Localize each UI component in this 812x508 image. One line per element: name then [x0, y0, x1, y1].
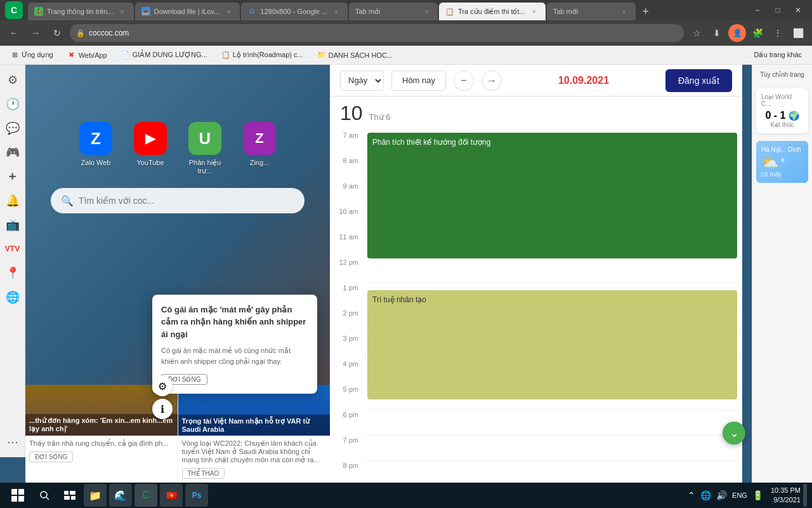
start-button[interactable]: [5, 484, 30, 507]
new-tab-button[interactable]: +: [637, 3, 655, 20]
volume-icon[interactable]: 🔊: [716, 490, 727, 500]
apps-icon: ⊞: [10, 51, 19, 60]
tab-bar: 🦆 Trang thông tin trên... × 📥 Download f…: [28, 0, 743, 20]
title-bar: C 🦆 Trang thông tin trên... × 📥 Download…: [0, 0, 812, 20]
profile-button[interactable]: 👤: [728, 24, 746, 42]
news-card-2-title-overlay: Trọng tài Việt Nam nhận hỗ trợ VAR từ Sa…: [178, 415, 331, 436]
scroll-down-button[interactable]: ⌄: [723, 422, 745, 444]
address-bar[interactable]: 🔒 coccoc.com: [70, 24, 684, 42]
network-icon[interactable]: 🌐: [700, 490, 711, 500]
download-button[interactable]: ⬇: [708, 24, 726, 42]
show-desktop-btn[interactable]: [803, 484, 807, 507]
taskbar-coccoc-btn[interactable]: C: [134, 484, 157, 507]
sidebar-add-btn[interactable]: +: [3, 166, 23, 187]
news-card-2-desc: Vòng loại WC2022: Chuyến làm khách của t…: [182, 439, 327, 464]
browser-left-sidebar: ⚙ 🕐 💬 🎮 + 🔔 📺 VTV 📍 🌐 ⋯: [0, 65, 25, 457]
calendar-panel: Ngày Hôm nay − → 10.09.2021 Đăng xuất 10…: [330, 65, 742, 483]
time-label: 7 am: [330, 130, 365, 156]
sidebar-more-btn[interactable]: ⋯: [3, 432, 23, 452]
sidebar-toggle[interactable]: ⬜: [789, 24, 807, 42]
tab-new-2[interactable]: Tab mới ×: [547, 3, 636, 20]
taskbar-clock[interactable]: 10:35 PM 9/3/2021: [771, 486, 801, 505]
score-display: 0 - 1 🌍: [761, 110, 803, 121]
bookmark-webapp[interactable]: ✖ Web/App: [62, 50, 112, 61]
forward-button[interactable]: →: [27, 24, 44, 42]
prev-button[interactable]: −: [454, 70, 474, 91]
svg-rect-2: [11, 496, 17, 502]
taskbar-ps-btn[interactable]: Ps: [185, 484, 208, 507]
view-selector[interactable]: Ngày: [340, 70, 384, 91]
time-label: 7 pm: [330, 435, 365, 460]
sidebar-vtv-btn[interactable]: VTV: [3, 239, 23, 259]
tab-new-1[interactable]: Tab mới ×: [349, 3, 438, 20]
taskbar-edge-btn[interactable]: 🌊: [109, 484, 132, 507]
svg-rect-7: [70, 491, 75, 495]
bookmark-lo-trinh[interactable]: 📋 Lộ trình(Roadmap) c...: [216, 50, 308, 61]
extension-button[interactable]: 🧩: [749, 24, 766, 42]
sidebar-games-btn[interactable]: 🎮: [3, 142, 23, 163]
svg-rect-0: [11, 489, 17, 495]
tab-close-2[interactable]: ×: [223, 6, 233, 17]
minimize-button[interactable]: −: [749, 1, 766, 19]
tab-close-6[interactable]: ×: [619, 6, 629, 17]
tray-up-arrow[interactable]: ⌃: [688, 490, 695, 500]
sidebar-history-btn[interactable]: 🕐: [3, 94, 23, 114]
weather-desc: có mây: [761, 171, 803, 178]
calendar-header: Ngày Hôm nay − → 10.09.2021 Đăng xuất: [330, 65, 742, 97]
bookmark-giam-dung[interactable]: 📄 GIẢM DUNG LƯỢNG...: [116, 50, 213, 61]
sidebar-settings-btn[interactable]: ⚙: [3, 70, 23, 90]
app-zing[interactable]: Z Zing...: [237, 122, 282, 175]
maximize-button[interactable]: □: [769, 1, 787, 19]
taskbar-search-btn[interactable]: [33, 484, 56, 507]
info-icon[interactable]: ℹ: [152, 399, 173, 419]
settings-button[interactable]: ⋮: [769, 24, 787, 42]
next-button[interactable]: →: [481, 70, 502, 91]
close-button[interactable]: ✕: [789, 1, 807, 19]
event-tri-tue[interactable]: Trí tuệ nhân tạo: [367, 290, 737, 399]
time-label: 12 pm: [330, 257, 365, 283]
tab-tra-cuu[interactable]: 📋 Tra cứu điểm thi tốt... ×: [439, 3, 546, 20]
tab-close-5[interactable]: ×: [529, 6, 539, 17]
taskbar-explorer-btn[interactable]: 📁: [84, 484, 107, 507]
tab-close-4[interactable]: ×: [421, 6, 431, 17]
share-icon[interactable]: ⚙: [152, 376, 173, 396]
earth-icon: 🌍: [789, 110, 799, 121]
sidebar-messages-btn[interactable]: 💬: [3, 118, 23, 138]
app-zalo[interactable]: Z Zalo Web: [74, 122, 118, 175]
tab-google[interactable]: G 812x508 - Google ... ×: [241, 3, 348, 20]
sidebar-maps-btn[interactable]: 📍: [3, 263, 23, 283]
back-button[interactable]: ←: [5, 24, 23, 42]
popup-news-title: Cô gái ăn mặc 'mát mẻ' gây phản cảm ra n…: [161, 304, 308, 341]
taskbar-vn-btn[interactable]: 🇻🇳: [160, 484, 183, 507]
customize-page-btn[interactable]: Tùy chỉnh trang: [756, 69, 808, 81]
tab-trang-thong-tin[interactable]: 🦆 Trang thông tin trên... ×: [28, 3, 134, 20]
search-bar[interactable]: 🔍: [51, 188, 304, 213]
sidebar-web-btn[interactable]: 🌐: [3, 287, 23, 307]
svg-rect-3: [18, 496, 24, 502]
bookmark-more[interactable]: Dấu trang khác: [749, 50, 807, 60]
calendar-body[interactable]: 7 am 8 am 9 am 10 am: [330, 130, 742, 483]
bookmark-danh-sach[interactable]: 📁 DANH SÁCH HOC...: [312, 50, 398, 61]
bookmark-apps[interactable]: ⊞ Ứng dụng: [5, 50, 58, 61]
app-grid: Z Zalo Web ▶ YouTube U Phân hiệu trư...: [74, 122, 282, 175]
tab-close-3[interactable]: ×: [331, 6, 341, 17]
time-label: 3 pm: [330, 333, 365, 359]
svg-rect-9: [71, 496, 75, 500]
today-button[interactable]: Hôm nay: [391, 70, 446, 91]
tab-close-1[interactable]: ×: [117, 6, 128, 17]
taskbar-taskview-btn[interactable]: [58, 484, 81, 507]
login-button[interactable]: Đăng xuất: [665, 69, 732, 92]
search-input[interactable]: [79, 196, 294, 206]
star-button[interactable]: ☆: [688, 24, 705, 42]
webapp-icon: ✖: [67, 51, 76, 60]
sidebar-notifications-btn[interactable]: 🔔: [3, 190, 23, 211]
app-phan-hieu[interactable]: U Phân hiệu trư...: [183, 122, 227, 175]
battery-icon[interactable]: 🔋: [752, 490, 763, 500]
tab-download[interactable]: 📥 Download file | iLov... ×: [135, 3, 240, 20]
event-thiet-ke[interactable]: Phân tích thiết kế hướng đối tượng: [367, 133, 737, 258]
sidebar-tv-btn[interactable]: 📺: [3, 215, 23, 235]
temp-value: °: [781, 157, 785, 168]
app-youtube[interactable]: ▶ YouTube: [128, 122, 173, 175]
bookmarks-bar: ⊞ Ứng dụng ✖ Web/App 📄 GIẢM DUNG LƯỢNG..…: [0, 46, 812, 65]
reload-button[interactable]: ↻: [48, 24, 66, 42]
